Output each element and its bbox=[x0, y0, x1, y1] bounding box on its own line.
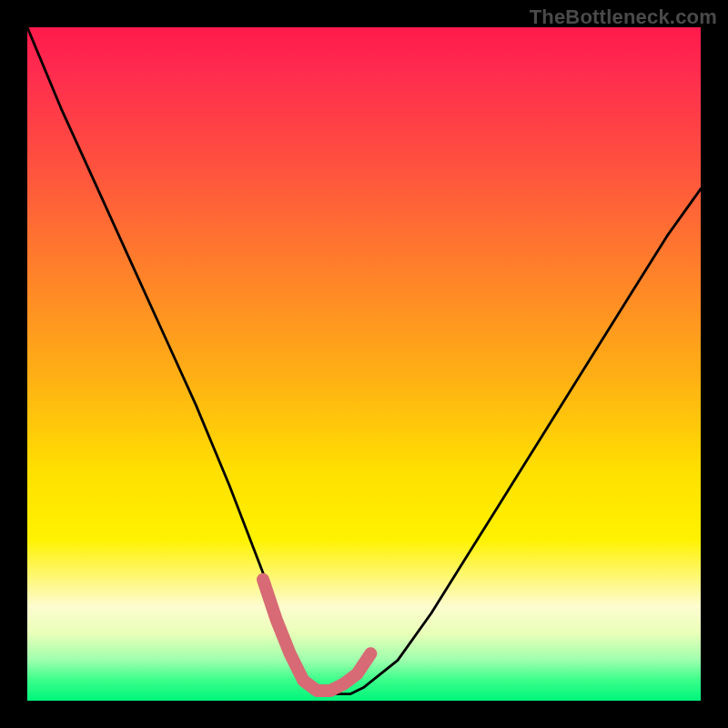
plot-svg bbox=[27, 27, 701, 701]
watermark-text: TheBottleneck.com bbox=[530, 5, 717, 29]
chart-frame: TheBottleneck.com bbox=[0, 0, 728, 728]
series-bottleneck-curve bbox=[27, 27, 701, 694]
series-highlight-bottom bbox=[263, 580, 370, 691]
plot-area bbox=[27, 27, 701, 701]
series-group bbox=[27, 27, 701, 694]
